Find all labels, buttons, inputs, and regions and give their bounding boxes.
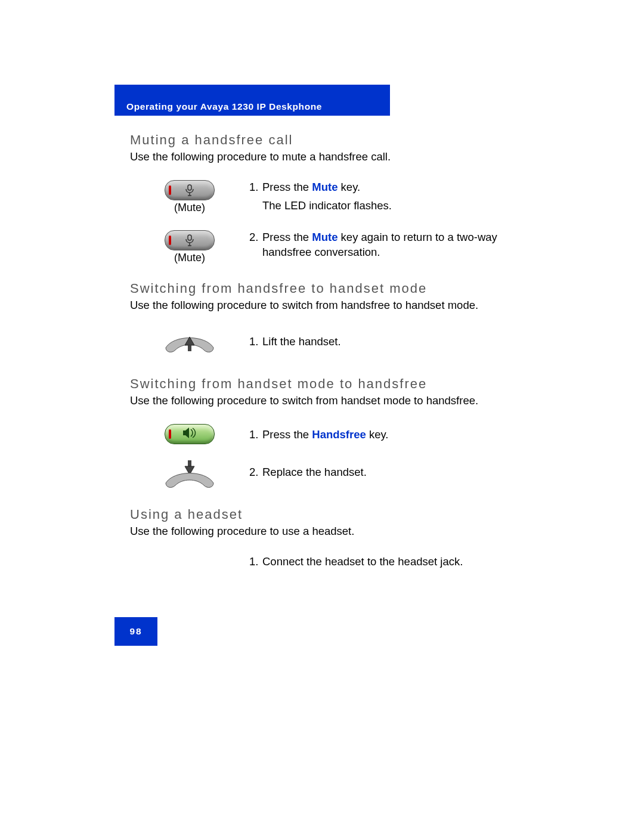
step-body: Lift the handset. <box>262 335 520 349</box>
handsfree-key-row: 1. Press the Handsfree key. <box>130 424 520 446</box>
step-body-line2: The LED indicator flashes. <box>262 199 520 213</box>
step-body: Replace the handset. <box>262 465 520 480</box>
heading-headset: Using a headset <box>130 507 520 522</box>
replace-handset-text: 2. Replace the handset. <box>249 459 520 484</box>
step-body: Connect the headset to the headset jack. <box>262 555 520 569</box>
intro-muting: Use the following procedure to mute a ha… <box>130 150 520 163</box>
microphone-icon <box>185 234 194 246</box>
footer-page-number: 98 <box>114 617 157 646</box>
mute-step-2-text: 2. Press the Mute key again to return to… <box>249 230 520 264</box>
mute-key-icon <box>165 180 215 200</box>
replace-handset-row: 2. Replace the handset. <box>130 459 520 490</box>
document-page: Operating your Avaya 1230 IP Deskphone M… <box>114 85 520 586</box>
mute-step-1-text: 1. Press the Mute key. The LED indicator… <box>249 180 520 217</box>
heading-muting: Muting a handsfree call <box>130 132 520 148</box>
step-body: Press the Mute key again to return to a … <box>262 230 520 260</box>
lift-handset-row: 1. Lift the handset. <box>130 329 520 360</box>
step-body: Press the Handsfree key. <box>262 428 520 442</box>
handset-lift-icon-col <box>130 329 249 360</box>
handsfree-step-1-text: 1. Press the Handsfree key. <box>249 424 520 446</box>
header-title: Operating your Avaya 1230 IP Deskphone <box>126 101 322 112</box>
heading-hs-to-hf: Switching from handset mode to handsfree <box>130 376 520 392</box>
handsfree-key-icon <box>165 424 215 444</box>
led-icon <box>169 236 171 245</box>
handsfree-key-icon-col <box>130 424 249 444</box>
handset-replace-icon <box>162 459 217 490</box>
heading-hf-to-hs: Switching from handsfree to handset mode <box>130 281 520 296</box>
handset-lift-icon <box>162 329 217 360</box>
mute-key-icon-col: (Mute) <box>130 180 249 214</box>
headset-step-row: 1. Connect the headset to the headset ja… <box>130 555 520 573</box>
header-bar: Operating your Avaya 1230 IP Deskphone <box>114 85 390 116</box>
mute-key-label: (Mute) <box>130 252 249 264</box>
step-number: 1. <box>249 180 262 195</box>
svg-rect-5 <box>188 460 191 466</box>
step-number: 2. <box>249 465 262 480</box>
intro-hs-to-hf: Use the following procedure to switch fr… <box>130 394 520 407</box>
microphone-icon <box>185 184 194 196</box>
led-icon <box>169 429 171 439</box>
mute-key-name: Mute <box>312 181 338 193</box>
svg-rect-3 <box>188 345 191 351</box>
step-number: 1. <box>249 555 262 569</box>
mute-step-1-row: (Mute) 1. Press the Mute key. The LED in… <box>130 180 520 217</box>
mute-key-label: (Mute) <box>130 202 249 214</box>
handsfree-key-name: Handsfree <box>312 428 366 441</box>
step-number: 1. <box>249 428 262 442</box>
page-content: Muting a handsfree call Use the followin… <box>114 132 520 573</box>
speaker-icon <box>183 428 196 441</box>
step-number: 2. <box>249 230 262 260</box>
mute-step-2-row: (Mute) 2. Press the Mute key again to re… <box>130 230 520 264</box>
mute-key-name: Mute <box>312 231 338 243</box>
led-icon <box>169 185 171 195</box>
mute-key-icon <box>165 230 215 250</box>
intro-headset: Use the following procedure to use a hea… <box>130 525 520 538</box>
step-number: 1. <box>249 335 262 349</box>
mute-key-icon-col-2: (Mute) <box>130 230 249 264</box>
svg-rect-0 <box>188 185 191 190</box>
lift-handset-text: 1. Lift the handset. <box>249 329 520 353</box>
svg-marker-4 <box>183 428 189 438</box>
svg-rect-1 <box>188 235 191 240</box>
intro-hf-to-hs: Use the following procedure to switch fr… <box>130 299 520 312</box>
headset-step-text: 1. Connect the headset to the headset ja… <box>249 555 520 573</box>
step-body: Press the Mute key. <box>262 180 520 195</box>
handset-replace-icon-col <box>130 459 249 490</box>
